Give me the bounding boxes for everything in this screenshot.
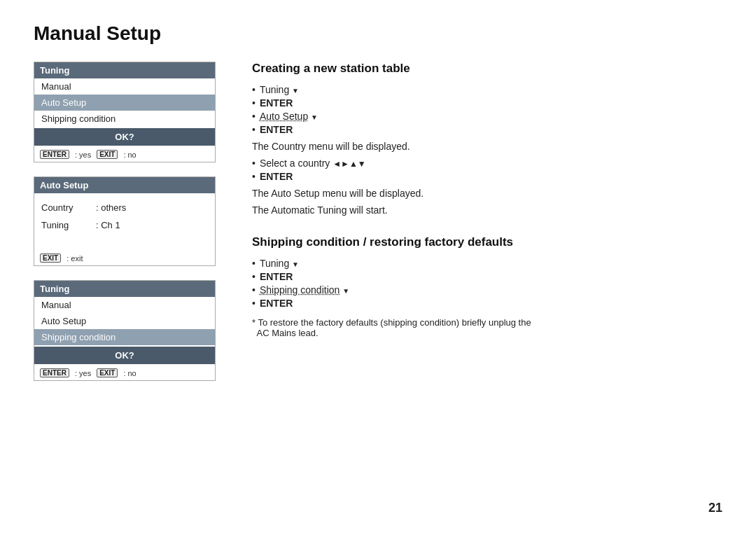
bullet-tuning2-text: Tuning ▼ — [260, 258, 299, 269]
bullet-enter-text-1: ENTER — [260, 97, 293, 109]
bullet-enter-text-3: ENTER — [260, 171, 293, 182]
menu-item-shipping-2: Shipping condition — [34, 329, 215, 345]
section2-title: Shipping condition / restoring factory d… — [252, 235, 722, 249]
bullet-shipping: Shipping condition ▼ — [252, 284, 722, 296]
section1-bottom2: The Automatic Tuning will start. — [252, 204, 722, 216]
exit-key-1: EXIT — [97, 150, 118, 159]
bullet-enter-4: ENTER — [252, 271, 722, 282]
bullet-shipping-text: Shipping condition ▼ — [260, 284, 349, 296]
section1-bullets-2: Select a country ◄►▲▼ ENTER — [252, 158, 722, 182]
menu-footer-2: EXIT : exit — [34, 251, 215, 265]
bullet-enter-text-4: ENTER — [260, 271, 293, 282]
menu-item-manual-2: Manual — [34, 297, 215, 313]
enter-key-1: ENTER — [40, 150, 69, 159]
bullet-enter-5: ENTER — [252, 298, 722, 309]
note-continuation: AC Mains lead. — [252, 328, 318, 338]
bullet-autosetup: Auto Setup ▼ — [252, 111, 722, 122]
menu-item-autosetup-2: Auto Setup — [34, 313, 215, 329]
exit-desc-3: : no — [123, 369, 136, 377]
country-value: : others — [96, 202, 126, 213]
section2-note: * To restore the factory defaults (shipp… — [252, 317, 722, 338]
menu-item-autosetup-1: Auto Setup — [34, 95, 215, 111]
exit-key-2: EXIT — [40, 253, 61, 263]
enter-desc-3: : yes — [75, 369, 91, 377]
country-label: Country — [41, 202, 90, 213]
bullet-tuning-1: Tuning ▼ — [252, 84, 722, 95]
menu-footer-1: ENTER : yes EXIT : no — [34, 147, 215, 162]
section2-bullets: Tuning ▼ ENTER Shipping condition ▼ ENTE… — [252, 258, 722, 309]
bullet-tuning-2: Tuning ▼ — [252, 258, 722, 269]
enter-desc-1: : yes — [75, 151, 91, 159]
menu-row-tuning: Tuning : Ch 1 — [34, 216, 215, 234]
menu-footer-3: ENTER : yes EXIT : no — [34, 366, 215, 380]
right-column: Creating a new station table Tuning ▼ EN… — [252, 62, 722, 381]
enter-key-3: ENTER — [40, 368, 69, 377]
menu-box-autosetup: Auto Setup Country : others Tuning : Ch … — [34, 176, 216, 266]
section1-title: Creating a new station table — [252, 62, 722, 76]
menu-box-tuning-1: Tuning Manual Auto Setup Shipping condit… — [34, 62, 216, 162]
exit-desc-2: : exit — [66, 254, 83, 263]
section1-mid-text: The Country menu will be displayed. — [252, 141, 722, 152]
menu-box-tuning-2: Tuning Manual Auto Setup Shipping condit… — [34, 280, 216, 381]
menu-row-country: Country : others — [34, 199, 215, 216]
bullet-autosetup-text: Auto Setup ▼ — [260, 111, 318, 122]
menu-ok-2: OK? — [34, 347, 215, 364]
bullet-enter-text-5: ENTER — [260, 298, 293, 309]
exit-desc-1: : no — [123, 151, 136, 159]
bullet-enter-3: ENTER — [252, 171, 722, 182]
page-title: Manual Setup — [34, 22, 722, 45]
exit-key-3: EXIT — [97, 368, 118, 377]
bullet-enter-2: ENTER — [252, 124, 722, 135]
menu-ok-1: OK? — [34, 128, 215, 146]
tuning-label: Tuning — [41, 220, 90, 230]
left-column: Tuning Manual Auto Setup Shipping condit… — [34, 62, 230, 381]
bullet-enter-1: ENTER — [252, 97, 722, 109]
bullet-enter-text-2: ENTER — [260, 124, 293, 135]
section1-bottom1: The Auto Setup menu will be displayed. — [252, 188, 722, 199]
page-number: 21 — [708, 501, 722, 515]
menu-header-tuning-2: Tuning — [34, 281, 215, 297]
menu-header-autosetup: Auto Setup — [34, 177, 215, 193]
bullet-tuning-text: Tuning ▼ — [260, 84, 299, 95]
menu-item-manual-1: Manual — [34, 78, 215, 95]
section1-bullets-1: Tuning ▼ ENTER Auto Setup ▼ ENTER — [252, 84, 722, 135]
menu-header-tuning-1: Tuning — [34, 62, 215, 78]
bullet-select-country: Select a country ◄►▲▼ — [252, 158, 722, 169]
menu-item-shipping-1: Shipping condition — [34, 111, 215, 127]
tuning-value: : Ch 1 — [96, 220, 120, 230]
note-asterisk: * To restore the factory defaults (shipp… — [252, 317, 531, 328]
bullet-select-text: Select a country ◄►▲▼ — [260, 158, 366, 169]
